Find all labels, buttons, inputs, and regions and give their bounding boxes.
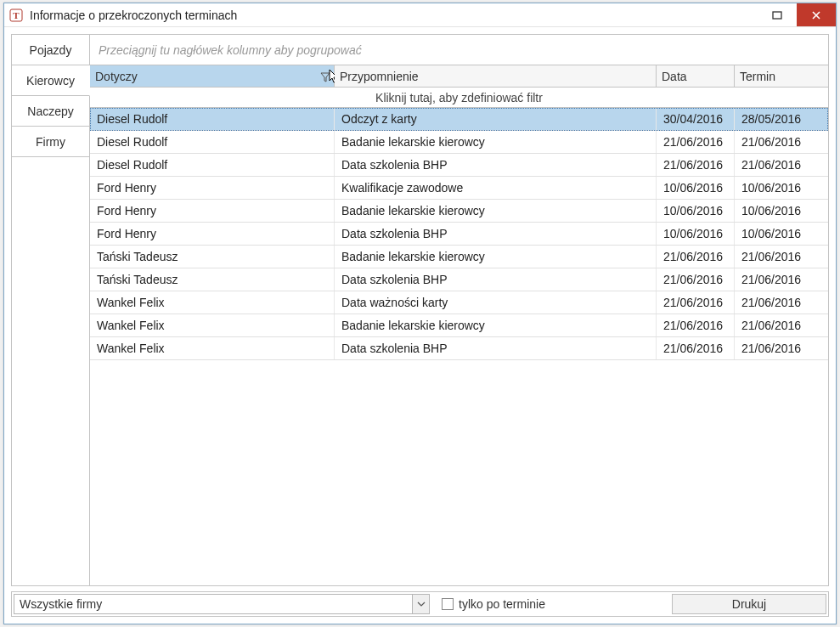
- cell-termin: 21/06/2016: [735, 268, 828, 291]
- cell-przypomnienie: Data szkolenia BHP: [335, 154, 657, 176]
- table-row[interactable]: Ford HenryData szkolenia BHP10/06/201610…: [90, 223, 828, 246]
- column-label: Termin: [740, 70, 775, 83]
- cell-termin: 21/06/2016: [735, 131, 828, 153]
- checkbox-label: tylko po terminie: [459, 597, 545, 611]
- filter-row[interactable]: Kliknij tutaj, aby zdefiniować filtr: [90, 88, 828, 108]
- cell-data: 21/06/2016: [657, 314, 735, 336]
- cell-dotyczy: Ford Henry: [90, 177, 335, 199]
- cell-data: 21/06/2016: [657, 154, 735, 176]
- tab-spacer: [12, 157, 90, 585]
- tab-label: Naczepy: [27, 104, 73, 118]
- table-row[interactable]: Ford HenryBadanie lekarskie kierowcy10/0…: [90, 200, 828, 223]
- window-frame: T Informacje o przekroczonych terminach …: [3, 3, 837, 624]
- cell-dotyczy: Tański Tadeusz: [90, 268, 335, 291]
- cell-termin: 21/06/2016: [735, 337, 828, 359]
- cell-dotyczy: Tański Tadeusz: [90, 246, 335, 268]
- table-row[interactable]: Diesel RudolfBadanie lekarskie kierowcy2…: [90, 131, 828, 154]
- main-area: Pojazdy Kierowcy Naczepy Firmy Przeciągn…: [11, 34, 829, 586]
- bottom-bar: Wszystkie firmy tylko po terminie Drukuj: [11, 591, 829, 617]
- app-icon: T: [9, 8, 23, 22]
- cell-przypomnienie: Badanie lekarskie kierowcy: [335, 246, 657, 268]
- column-header-data[interactable]: Data: [657, 65, 735, 87]
- cell-data: 21/06/2016: [657, 337, 735, 359]
- cell-data: 21/06/2016: [657, 268, 735, 291]
- table-row[interactable]: Wankel FelixData ważności karty21/06/201…: [90, 291, 828, 314]
- print-button-label: Drukuj: [732, 597, 766, 611]
- cell-dotyczy: Wankel Felix: [90, 291, 335, 314]
- tab-label: Kierowcy: [26, 74, 75, 88]
- close-button[interactable]: [797, 3, 836, 26]
- column-header-dotyczy[interactable]: Dotyczy: [90, 65, 335, 87]
- cell-data: 10/06/2016: [657, 200, 735, 222]
- svg-text:T: T: [13, 10, 20, 20]
- grid-header: Dotyczy Przypomnienie Data: [90, 65, 828, 88]
- cell-przypomnienie: Odczyt z karty: [335, 108, 657, 130]
- cell-dotyczy: Ford Henry: [90, 200, 335, 222]
- cell-data: 21/06/2016: [657, 131, 735, 153]
- column-header-przypomnienie[interactable]: Przypomnienie: [335, 65, 657, 87]
- tab-label: Firmy: [36, 135, 65, 149]
- cell-przypomnienie: Data szkolenia BHP: [335, 337, 657, 359]
- cell-przypomnienie: Data ważności karty: [335, 291, 657, 314]
- cell-termin: 21/06/2016: [735, 291, 828, 314]
- group-by-hint: Przeciągnij tu nagłówek kolumny aby pogr…: [99, 43, 362, 57]
- cell-data: 21/06/2016: [657, 246, 735, 268]
- table-row[interactable]: Diesel RudolfData szkolenia BHP21/06/201…: [90, 154, 828, 177]
- cell-termin: 10/06/2016: [735, 200, 828, 222]
- filter-icon[interactable]: [320, 71, 330, 82]
- firm-select-value: Wszystkie firmy: [14, 597, 412, 611]
- checkbox-box[interactable]: [442, 598, 454, 610]
- cell-dotyczy: Ford Henry: [90, 223, 335, 245]
- cell-dotyczy: Diesel Rudolf: [90, 131, 335, 153]
- tab-naczepy[interactable]: Naczepy: [12, 96, 90, 127]
- table-row[interactable]: Ford HenryKwalifikacje zawodowe10/06/201…: [90, 177, 828, 200]
- grid-body[interactable]: Diesel RudolfOdczyt z karty30/04/201628/…: [90, 108, 828, 585]
- cell-przypomnienie: Badanie lekarskie kierowcy: [335, 131, 657, 153]
- filter-hint: Kliknij tutaj, aby zdefiniować filtr: [375, 91, 543, 104]
- column-header-termin[interactable]: Termin: [735, 65, 828, 87]
- tab-kierowcy[interactable]: Kierowcy: [12, 65, 90, 96]
- window-body: Pojazdy Kierowcy Naczepy Firmy Przeciągn…: [4, 27, 836, 624]
- table-row[interactable]: Tański TadeuszBadanie lekarskie kierowcy…: [90, 246, 828, 268]
- svg-rect-2: [773, 12, 781, 19]
- chevron-down-icon[interactable]: [412, 595, 429, 613]
- cell-przypomnienie: Badanie lekarskie kierowcy: [335, 200, 657, 222]
- cell-data: 10/06/2016: [657, 177, 735, 199]
- cell-termin: 21/06/2016: [735, 246, 828, 268]
- titlebar[interactable]: T Informacje o przekroczonych terminach: [4, 3, 836, 27]
- cell-termin: 10/06/2016: [735, 223, 828, 245]
- cell-dotyczy: Wankel Felix: [90, 314, 335, 336]
- only-overdue-checkbox[interactable]: tylko po terminie: [442, 597, 545, 611]
- tab-label: Pojazdy: [30, 43, 72, 57]
- window-title: Informacje o przekroczonych terminach: [30, 8, 758, 22]
- tab-pojazdy[interactable]: Pojazdy: [12, 35, 90, 65]
- table-row[interactable]: Wankel FelixBadanie lekarskie kierowcy21…: [90, 314, 828, 337]
- firm-select[interactable]: Wszystkie firmy: [14, 594, 430, 614]
- cell-przypomnienie: Kwalifikacje zawodowe: [335, 177, 657, 199]
- cell-dotyczy: Wankel Felix: [90, 337, 335, 359]
- cell-dotyczy: Diesel Rudolf: [90, 154, 335, 176]
- group-by-bar[interactable]: Przeciągnij tu nagłówek kolumny aby pogr…: [90, 35, 828, 65]
- cell-dotyczy: Diesel Rudolf: [90, 108, 335, 130]
- grid-panel: Przeciągnij tu nagłówek kolumny aby pogr…: [90, 35, 828, 585]
- table-row[interactable]: Tański TadeuszData szkolenia BHP21/06/20…: [90, 268, 828, 291]
- cell-przypomnienie: Data szkolenia BHP: [335, 268, 657, 291]
- column-label: Dotyczy: [95, 70, 138, 83]
- cell-data: 30/04/2016: [657, 108, 735, 130]
- cell-termin: 21/06/2016: [735, 154, 828, 176]
- cell-data: 10/06/2016: [657, 223, 735, 245]
- cell-przypomnienie: Badanie lekarskie kierowcy: [335, 314, 657, 336]
- tab-firmy[interactable]: Firmy: [12, 127, 90, 157]
- print-button[interactable]: Drukuj: [672, 594, 826, 614]
- sidebar-tabs: Pojazdy Kierowcy Naczepy Firmy: [12, 35, 90, 585]
- cell-termin: 28/05/2016: [735, 108, 828, 130]
- cell-data: 21/06/2016: [657, 291, 735, 314]
- cell-przypomnienie: Data szkolenia BHP: [335, 223, 657, 245]
- table-row[interactable]: Diesel RudolfOdczyt z karty30/04/201628/…: [90, 108, 828, 131]
- maximize-button[interactable]: [758, 3, 797, 26]
- cell-termin: 21/06/2016: [735, 314, 828, 336]
- table-row[interactable]: Wankel FelixData szkolenia BHP21/06/2016…: [90, 337, 828, 360]
- cell-termin: 10/06/2016: [735, 177, 828, 199]
- column-label: Data: [662, 70, 687, 83]
- column-label: Przypomnienie: [340, 70, 419, 83]
